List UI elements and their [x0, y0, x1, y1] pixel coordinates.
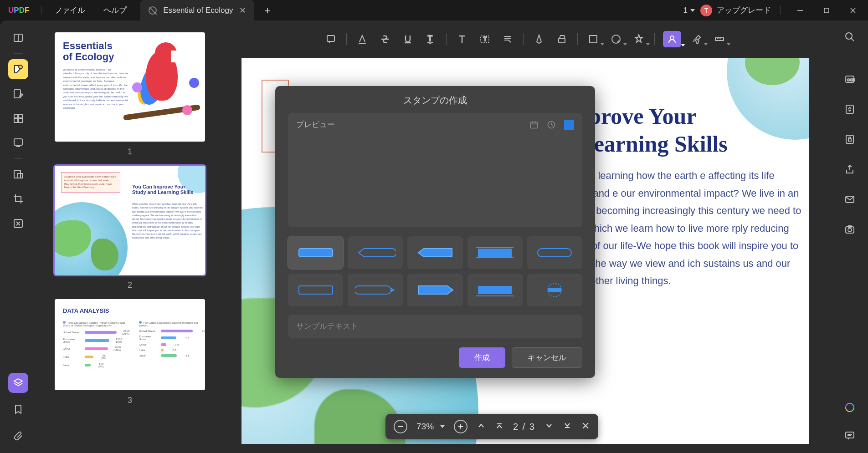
form-mode-button[interactable] — [8, 133, 28, 153]
separator — [346, 33, 347, 45]
email-button[interactable] — [840, 189, 860, 209]
shape-tool-button[interactable] — [586, 32, 601, 46]
edit-mode-button[interactable] — [8, 84, 28, 104]
stamp-shape-option[interactable] — [467, 274, 523, 306]
thumbnail-number: 3 — [55, 390, 205, 407]
page-indicator[interactable]: 2 / 3 — [513, 422, 535, 432]
tab-close-button[interactable]: ✕ — [239, 5, 246, 15]
count-value: 1 — [683, 6, 688, 15]
search-button[interactable] — [840, 27, 860, 47]
calendar-icon[interactable] — [529, 120, 539, 129]
chart-1: Total Ecological Footprint (million hect… — [63, 321, 131, 371]
menu-file[interactable]: ファイル — [45, 5, 94, 15]
window-close-button[interactable] — [842, 2, 863, 19]
screenshot-button[interactable] — [840, 219, 860, 239]
clock-icon[interactable] — [547, 120, 556, 129]
redact-mode-button[interactable] — [8, 164, 28, 184]
crop-mode-button[interactable] — [8, 189, 28, 209]
stamp-tool-button[interactable] — [632, 32, 646, 46]
reader-mode-button[interactable] — [8, 28, 28, 48]
layers-button[interactable] — [8, 373, 28, 393]
create-button[interactable]: 作成 — [459, 347, 505, 368]
chevron-down-icon — [704, 43, 708, 46]
svg-rect-16 — [327, 36, 334, 41]
svg-rect-11 — [19, 119, 22, 122]
stamp-shape-option[interactable] — [348, 236, 403, 269]
zoom-dropdown[interactable]: 73% — [416, 422, 445, 432]
window-minimize-button[interactable] — [790, 2, 811, 19]
avatar: T — [700, 5, 712, 16]
thumbnail-page-3[interactable]: DATA ANALYSIS Total Ecological Footprint… — [55, 299, 205, 407]
chevron-down-icon — [727, 43, 730, 46]
svg-rect-39 — [846, 105, 853, 113]
stamp-shape-option[interactable] — [467, 236, 523, 269]
textbox-tool-button[interactable]: T — [478, 32, 492, 46]
zoom-in-button[interactable] — [454, 420, 467, 433]
chevron-down-icon — [690, 9, 695, 12]
stamp-shape-option[interactable] — [527, 236, 582, 269]
text-tool-button[interactable] — [455, 32, 469, 46]
compress-button[interactable] — [840, 99, 860, 119]
zoom-page-toolbar: 73% 2 / 3 — [385, 414, 598, 439]
tab-add-button[interactable]: ＋ — [254, 4, 281, 17]
next-page-button[interactable] — [544, 421, 554, 432]
stamp-shape-grid — [275, 227, 595, 308]
svg-rect-65 — [538, 249, 571, 257]
squiggly-tool-button[interactable]: T — [423, 32, 438, 46]
menu-help[interactable]: ヘルプ — [94, 5, 136, 15]
stamp-shape-option[interactable] — [527, 274, 582, 306]
pencil-tool-button[interactable] — [532, 32, 546, 46]
zoom-out-button[interactable] — [394, 420, 407, 433]
attachment-button[interactable] — [8, 426, 28, 446]
window-maximize-button[interactable] — [816, 2, 837, 19]
highlight-tool-button[interactable] — [355, 32, 370, 46]
upgrade-label: アップグレード — [717, 5, 771, 15]
comment-mode-button[interactable] — [8, 59, 28, 79]
color-swatch[interactable] — [564, 120, 574, 130]
svg-rect-56 — [531, 122, 538, 128]
chevron-down-icon — [681, 44, 685, 46]
protect-button[interactable] — [840, 129, 860, 149]
stamp-shape-option[interactable] — [348, 274, 403, 306]
upgrade-button[interactable]: T アップグレード — [700, 5, 771, 16]
separator — [14, 53, 23, 54]
notification-count[interactable]: 1 — [683, 6, 695, 15]
thumbnail-page-2[interactable]: Students who own begin early in their li… — [55, 166, 205, 292]
separator — [845, 58, 854, 58]
sticker-tool-button[interactable] — [609, 32, 623, 46]
svg-rect-12 — [14, 139, 22, 145]
share-button[interactable] — [840, 159, 860, 179]
cancel-button[interactable]: キャンセル — [512, 347, 582, 368]
separator — [14, 158, 23, 159]
note-tool-button[interactable] — [324, 32, 338, 46]
ruler-tool-button[interactable] — [712, 32, 727, 46]
ocr-button[interactable]: OCR — [840, 69, 860, 89]
sign-tool-button[interactable] — [689, 32, 704, 46]
separator — [577, 33, 578, 45]
bookmark-button[interactable] — [8, 399, 28, 419]
thumbnail-page-1[interactable]: Essentialsof Ecology Welcome to environm… — [55, 32, 205, 158]
eraser-tool-button[interactable] — [555, 32, 569, 46]
callout-tool-button[interactable] — [500, 32, 515, 46]
chevron-down-icon — [601, 43, 604, 46]
strikethrough-tool-button[interactable] — [378, 32, 392, 46]
stamp-shape-option[interactable] — [407, 274, 462, 306]
document-tab[interactable]: Essential of Ecology ✕ — [140, 0, 254, 20]
create-stamp-dialog: スタンプの作成 プレビュー — [275, 86, 595, 378]
organize-mode-button[interactable] — [8, 108, 28, 128]
globe-illustration — [727, 58, 809, 140]
stamp-shape-option[interactable] — [407, 236, 462, 269]
comment-panel-button[interactable] — [840, 426, 860, 446]
signature-tool-button[interactable] — [663, 31, 681, 47]
stamp-text-input[interactable] — [288, 315, 582, 338]
tools-mode-button[interactable] — [8, 214, 28, 234]
close-toolbar-button[interactable] — [581, 421, 590, 432]
last-page-button[interactable] — [563, 421, 572, 432]
ai-assistant-button[interactable] — [840, 397, 860, 417]
first-page-button[interactable] — [495, 421, 504, 432]
stamp-shape-option[interactable] — [288, 236, 343, 269]
stamp-shape-option[interactable] — [288, 274, 343, 306]
prev-page-button[interactable] — [477, 421, 486, 432]
underline-tool-button[interactable] — [401, 32, 415, 46]
svg-rect-28 — [590, 36, 597, 43]
